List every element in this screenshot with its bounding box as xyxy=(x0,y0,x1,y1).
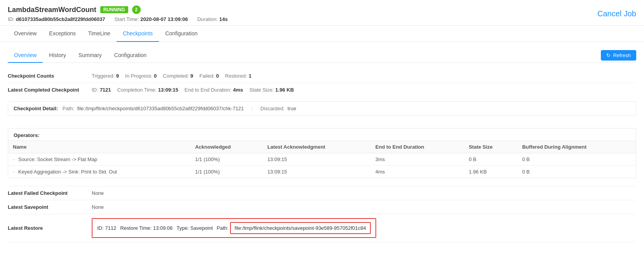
start-time-field: Start Time: 2020-08-07 13:09:06 xyxy=(114,16,188,22)
duration-value: 14s xyxy=(219,16,228,22)
op2-acknowledged: 1/1 (100%) xyxy=(190,166,263,178)
col-latest-ack: Latest Acknowledgment xyxy=(263,141,371,153)
latest-restore-label: Latest Restore xyxy=(8,225,86,231)
refresh-button[interactable]: ↻ Refresh xyxy=(601,50,636,61)
checkpoint-counts-label: Checkpoint Counts xyxy=(8,73,86,79)
app-title-row: LambdaStreamWordCount RUNNING 2 xyxy=(8,5,228,14)
job-id-field: ID: d6107335ad80b55cb2a8f229fdd06037 xyxy=(8,16,105,22)
op2-name: - Keyed Aggregation -> Sink: Print to St… xyxy=(8,166,190,178)
op1-latest-ack: 13:09:15 xyxy=(263,153,371,166)
table-row: - Keyed Aggregation -> Sink: Print to St… xyxy=(8,166,636,178)
top-nav: Overview Exceptions TimeLine Checkpoints… xyxy=(0,26,644,42)
op1-name: - Source: Socket Stream -> Flat Map xyxy=(8,153,190,166)
checkpoint-detail-discarded-label: Discarded: xyxy=(260,106,284,111)
app-title: LambdaStreamWordCount xyxy=(8,6,96,14)
checkpoint-detail-box: Checkpoint Detail: Path: file:/tmp/flink… xyxy=(8,101,636,116)
restore-path-value: file:/tmp/flink/checkpoints/savepoint-93… xyxy=(235,225,366,231)
app-header: LambdaStreamWordCount RUNNING 2 ID: d610… xyxy=(0,0,644,26)
id-label: ID: xyxy=(8,16,14,22)
completion-time-value: 13:09:15 xyxy=(158,87,178,93)
restore-type-label: Type: xyxy=(176,225,189,231)
in-progress-kv: In Progress: 0 xyxy=(125,73,157,79)
checkpoint-detail-label: Checkpoint Detail: xyxy=(14,106,58,111)
failed-label: Failed: xyxy=(199,73,215,79)
end-to-end-kv: End to End Duration: 4ms xyxy=(185,87,243,93)
sub-tab-configuration[interactable]: Configuration xyxy=(108,48,153,63)
top-nav-timeline[interactable]: TimeLine xyxy=(82,26,117,42)
table-row: - Source: Socket Stream -> Flat Map 1/1 … xyxy=(8,153,636,166)
latest-savepoint-row: Latest Savepoint None xyxy=(8,200,636,214)
checkpoint-counts-values: Triggered: 9 In Progress: 0 Completed: 9… xyxy=(92,73,251,79)
op2-buffered: 0 B xyxy=(517,166,636,178)
op2-state-size: 1.96 KB xyxy=(464,166,517,178)
end-to-end-value: 4ms xyxy=(233,87,243,93)
top-nav-configuration[interactable]: Configuration xyxy=(159,26,204,42)
triggered-kv: Triggered: 9 xyxy=(92,73,119,79)
top-nav-overview[interactable]: Overview xyxy=(8,26,43,42)
failed-kv: Failed: 0 xyxy=(199,73,219,79)
latest-restore-highlighted-box: ID: 7112 Restore Time: 13:09:06 Type: Sa… xyxy=(92,218,376,238)
completion-time-label: Completion Time: xyxy=(117,87,157,93)
completed-id-label: ID: xyxy=(92,87,98,93)
operators-table: Name Acknowledged Latest Acknowledgment … xyxy=(8,141,636,178)
in-progress-value: 0 xyxy=(154,73,157,79)
refresh-label: Refresh xyxy=(613,52,631,58)
top-nav-checkpoints[interactable]: Checkpoints xyxy=(117,26,159,42)
restore-id-value: 7112 xyxy=(105,225,116,231)
duration-label: Duration: xyxy=(197,16,218,22)
op1-acknowledged: 1/1 (100%) xyxy=(190,153,263,166)
in-progress-label: In Progress: xyxy=(125,73,152,79)
cancel-job-button[interactable]: Cancel Job xyxy=(597,9,636,18)
col-acknowledged: Acknowledged xyxy=(190,141,263,153)
triggered-label: Triggered: xyxy=(92,73,115,79)
content-area: Overview History Summary Configuration ↻… xyxy=(0,42,644,248)
sub-tab-history[interactable]: History xyxy=(43,48,72,63)
latest-failed-label: Latest Failed Checkpoint xyxy=(8,190,86,196)
latest-savepoint-value: None xyxy=(92,204,104,210)
op2-latest-ack: 13:09:15 xyxy=(263,166,371,178)
state-size-kv: State Size: 1.96 KB xyxy=(249,87,294,93)
op1-toggle[interactable]: - xyxy=(13,156,14,162)
state-size-value: 1.96 KB xyxy=(275,87,294,93)
col-end-to-end: End to End Duration xyxy=(371,141,464,153)
restore-id-label: ID: xyxy=(97,225,104,231)
app-header-left: LambdaStreamWordCount RUNNING 2 ID: d610… xyxy=(8,5,228,22)
id-value: d6107335ad80b55cb2a8f229fdd06037 xyxy=(16,16,105,22)
op1-state-size: 0 B xyxy=(464,153,517,166)
op1-end-to-end: 3ms xyxy=(371,153,464,166)
restore-path-kv: Path: file:/tmp/flink/checkpoints/savepo… xyxy=(217,222,371,234)
operators-box: Operators: Name Acknowledged Latest Ackn… xyxy=(8,128,636,178)
latest-failed-row: Latest Failed Checkpoint None xyxy=(8,186,636,200)
op2-toggle[interactable]: - xyxy=(13,169,14,175)
status-badge: RUNNING xyxy=(100,6,128,13)
start-time-label: Start Time: xyxy=(114,16,139,22)
latest-completed-values: ID: 7121 Completion Time: 13:09:15 End t… xyxy=(92,87,294,93)
restored-kv: Restored: 1 xyxy=(225,73,251,79)
latest-failed-value: None xyxy=(92,190,104,196)
end-to-end-label: End to End Duration: xyxy=(185,87,232,93)
checkpoint-detail-path-value: file:/tmp/flink/checkpoints/d6107335ad80… xyxy=(77,106,244,111)
checkpoint-counts-row: Checkpoint Counts Triggered: 9 In Progre… xyxy=(8,69,636,83)
op2-end-to-end: 4ms xyxy=(371,166,464,178)
col-buffered: Buffered During Alignment xyxy=(517,141,636,153)
restore-type-kv: Type: Savepoint xyxy=(176,225,213,231)
latest-completed-row: Latest Completed Checkpoint ID: 7121 Com… xyxy=(8,83,636,186)
completion-time-kv: Completion Time: 13:09:15 xyxy=(117,87,178,93)
completed-id-kv: ID: 7121 xyxy=(92,87,111,93)
start-time-value: 2020-08-07 13:09:06 xyxy=(140,16,188,22)
sub-tab-summary[interactable]: Summary xyxy=(72,48,108,63)
col-state-size: State Size xyxy=(464,141,517,153)
task-count-badge: 2 xyxy=(132,5,141,14)
sub-tabs-row: Overview History Summary Configuration ↻… xyxy=(8,48,636,63)
latest-completed-label: Latest Completed Checkpoint xyxy=(8,87,86,93)
restore-time-label: Restore Time: xyxy=(120,225,152,231)
sub-tab-overview[interactable]: Overview xyxy=(8,48,43,63)
completed-value: 9 xyxy=(190,73,193,79)
top-nav-exceptions[interactable]: Exceptions xyxy=(43,26,82,42)
completed-kv: Completed: 9 xyxy=(163,73,193,79)
col-name: Name xyxy=(8,141,190,153)
restored-value: 1 xyxy=(249,73,251,79)
failed-value: 0 xyxy=(216,73,219,79)
checkpoint-detail-discarded-value: true xyxy=(288,106,296,111)
restored-label: Restored: xyxy=(225,73,247,79)
